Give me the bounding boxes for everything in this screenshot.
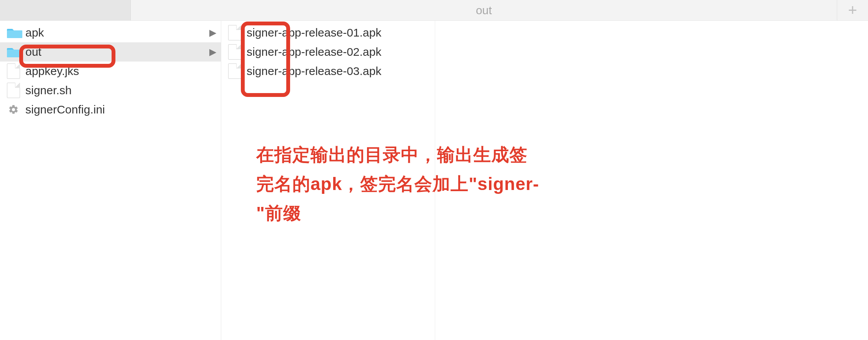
file-item-signer-03-apk[interactable]: signer-app-release-03.apk	[221, 62, 868, 81]
file-item-signerconfig-ini[interactable]: signerConfig.ini	[0, 100, 221, 119]
file-item-appkey-jks[interactable]: appkey.jks	[0, 62, 221, 81]
folder-label: apk	[25, 26, 209, 39]
folder-icon	[7, 46, 25, 58]
left-column[interactable]: apk ▶ out ▶ appkey.jks signer.s	[0, 21, 221, 340]
file-label: signerConfig.ini	[25, 103, 216, 116]
title-bar: out +	[0, 0, 868, 21]
svg-rect-0	[7, 30, 22, 38]
file-label: signer-app-release-03.apk	[247, 65, 863, 78]
file-item-signer-sh[interactable]: signer.sh	[0, 81, 221, 100]
file-label: appkey.jks	[25, 65, 216, 78]
annotation-text: 在指定输出的目录中，输出生成签完名的apk，签完名会加上"signer-"前缀	[256, 140, 541, 228]
chevron-right-icon: ▶	[209, 27, 216, 38]
window-title: out	[131, 0, 837, 20]
file-item-signer-02-apk[interactable]: signer-app-release-02.apk	[221, 42, 868, 62]
file-icon	[228, 25, 247, 40]
file-label: signer-app-release-01.apk	[247, 26, 863, 39]
file-icon	[228, 63, 247, 79]
svg-rect-1	[7, 50, 22, 57]
file-item-signer-01-apk[interactable]: signer-app-release-01.apk	[221, 23, 868, 42]
file-icon	[7, 63, 25, 79]
chevron-right-icon: ▶	[209, 47, 216, 57]
folder-item-apk[interactable]: apk ▶	[0, 23, 221, 42]
file-label: signer.sh	[25, 84, 216, 97]
file-icon	[7, 83, 25, 98]
folder-item-out[interactable]: out ▶	[0, 42, 221, 62]
file-icon	[228, 44, 247, 60]
title-bar-left-pad	[0, 0, 131, 20]
folder-label: out	[25, 45, 209, 58]
gear-icon	[7, 103, 25, 116]
folder-icon	[7, 27, 25, 39]
file-label: signer-app-release-02.apk	[247, 45, 863, 58]
new-tab-button[interactable]: +	[837, 0, 868, 20]
